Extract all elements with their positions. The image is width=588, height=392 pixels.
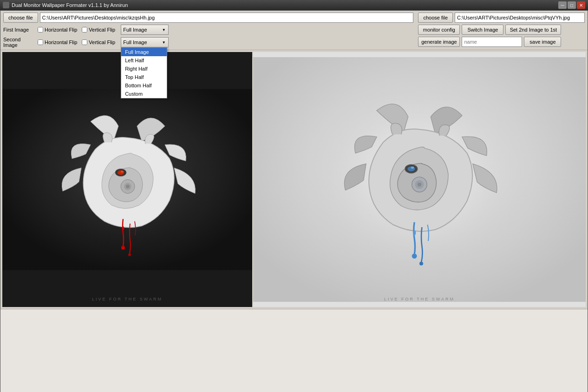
image-name-input[interactable] bbox=[462, 37, 522, 47]
first-v-flip-label[interactable]: Vertical Flip bbox=[82, 27, 115, 33]
dropdown-option-left[interactable]: Left Half bbox=[121, 56, 167, 65]
dropdown-option-bottom[interactable]: Bottom Half bbox=[121, 81, 167, 90]
svg-point-4 bbox=[126, 185, 130, 189]
title-bar: Dual Monitor Wallpaper Formater v1.1.1 b… bbox=[0, 0, 588, 10]
first-v-flip-checkbox[interactable] bbox=[82, 27, 87, 33]
generate-image-button[interactable]: generate image bbox=[418, 37, 460, 47]
action-buttons-row-2: generate image save image bbox=[418, 37, 585, 47]
second-v-flip-checkbox[interactable] bbox=[82, 39, 87, 45]
svg-point-6 bbox=[128, 254, 131, 256]
right-artwork-svg bbox=[253, 52, 586, 307]
second-image-dropdown-menu: Full Image Left Half Right Half Top Half… bbox=[121, 47, 167, 98]
app-icon bbox=[3, 2, 9, 8]
svg-point-15 bbox=[412, 254, 417, 259]
second-image-dropdown-arrow[interactable]: ▼ bbox=[159, 37, 169, 47]
svg-point-5 bbox=[121, 246, 125, 250]
minimize-button[interactable]: ─ bbox=[558, 1, 567, 9]
set-2nd-image-button[interactable]: Set 2nd Image to 1st bbox=[505, 25, 561, 35]
switch-image-button[interactable]: Switch Image bbox=[462, 25, 503, 35]
dropdown-option-top[interactable]: Top Half bbox=[121, 73, 167, 81]
full-toolbar: choose file First Image Horizontal Flip … bbox=[0, 11, 588, 50]
svg-point-14 bbox=[418, 183, 421, 186]
dropdown-option-custom[interactable]: Custom bbox=[121, 90, 167, 98]
path-input-2[interactable] bbox=[455, 13, 585, 23]
dropdown-option-full[interactable]: Full Image bbox=[121, 48, 167, 56]
right-col: choose file monitor config Switch Image … bbox=[415, 13, 585, 48]
preview-area: LIVE FOR THE SWARM bbox=[0, 50, 588, 309]
preview-right: LIVE FOR THE SWARM bbox=[253, 52, 586, 307]
first-h-flip-checkbox[interactable] bbox=[38, 27, 43, 33]
file-row-1: choose file bbox=[3, 13, 413, 23]
second-image-controls: Second Image Horizontal Flip Vertical Fl… bbox=[3, 37, 413, 48]
window-title: Dual Monitor Wallpaper Formater v1.1.1 b… bbox=[12, 2, 128, 8]
maximize-button[interactable]: □ bbox=[568, 1, 576, 9]
first-image-label: First Image bbox=[3, 27, 36, 33]
close-button[interactable]: ✕ bbox=[577, 1, 585, 9]
dropdown-option-right[interactable]: Right Half bbox=[121, 65, 167, 73]
monitor-config-button[interactable]: monitor config bbox=[418, 25, 460, 35]
first-image-controls: First Image Horizontal Flip Vertical Fli… bbox=[3, 25, 413, 35]
title-bar-left: Dual Monitor Wallpaper Formater v1.1.1 b… bbox=[3, 2, 128, 8]
svg-point-19 bbox=[411, 166, 414, 169]
second-image-label: Second Image bbox=[3, 37, 36, 48]
choose-file-1-button[interactable]: choose file bbox=[3, 13, 38, 23]
bottom-area bbox=[0, 309, 588, 392]
main-window: choose file First Image Horizontal Flip … bbox=[0, 10, 588, 392]
svg-point-9 bbox=[121, 171, 124, 173]
left-col: choose file First Image Horizontal Flip … bbox=[3, 13, 413, 48]
first-h-flip-label[interactable]: Horizontal Flip bbox=[38, 27, 77, 33]
first-image-mode-select[interactable]: Full Image Left Half Right Half Top Half… bbox=[121, 25, 159, 35]
choose-file-2-button[interactable]: choose file bbox=[418, 13, 453, 23]
second-image-dropdown-container: Full Image Left Half Right Half Top Half… bbox=[121, 37, 169, 47]
caption-right: LIVE FOR THE SWARM bbox=[384, 297, 455, 301]
action-buttons-row-1: monitor config Switch Image Set 2nd Imag… bbox=[418, 25, 585, 35]
save-image-button[interactable]: save image bbox=[524, 37, 561, 47]
title-bar-controls[interactable]: ─ □ ✕ bbox=[558, 1, 585, 9]
file-row-2: choose file bbox=[418, 13, 585, 23]
caption-left: LIVE FOR THE SWARM bbox=[92, 297, 163, 301]
first-image-dropdown-container: Full Image Left Half Right Half Top Half… bbox=[121, 25, 169, 35]
path-input-1[interactable] bbox=[40, 13, 414, 23]
second-h-flip-checkbox[interactable] bbox=[38, 39, 43, 45]
second-h-flip-label[interactable]: Horizontal Flip bbox=[38, 39, 77, 45]
second-image-mode-select[interactable]: Full Image Left Half Right Half Top Half… bbox=[121, 37, 159, 47]
first-image-dropdown-arrow[interactable]: ▼ bbox=[159, 25, 169, 35]
svg-point-16 bbox=[419, 261, 423, 265]
second-v-flip-label[interactable]: Vertical Flip bbox=[82, 39, 115, 45]
